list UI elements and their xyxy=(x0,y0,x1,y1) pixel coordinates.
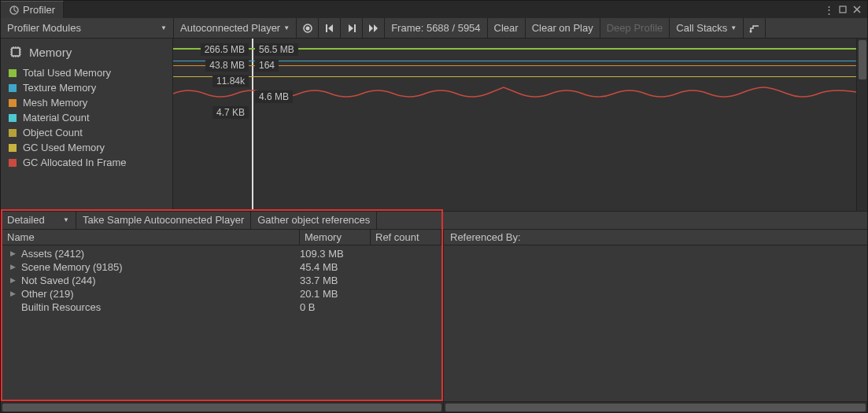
vertical-scrollbar[interactable] xyxy=(856,39,867,211)
scrollbar-thumb[interactable] xyxy=(2,404,441,411)
row-name: Assets (2412) xyxy=(21,248,84,260)
row-refcount xyxy=(371,248,441,260)
legend-item[interactable]: Material Count xyxy=(9,110,164,125)
svg-point-6 xyxy=(749,30,752,32)
chart-area[interactable]: 266.5 MB43.8 MB11.84k4.7 KB 56.5 MB1644.… xyxy=(173,39,867,211)
row-memory: 20.1 MB xyxy=(300,288,371,300)
profiler-icon xyxy=(9,5,20,16)
clear-button[interactable]: Clear xyxy=(488,18,526,38)
row-name: Builtin Resources xyxy=(21,301,101,313)
window-menu-icon[interactable]: ⋮ xyxy=(823,4,834,15)
column-refcount[interactable]: Ref count xyxy=(371,230,441,245)
chart-value-label: 266.5 MB xyxy=(201,43,249,56)
chart-value-label: 11.84k xyxy=(212,75,249,87)
frame-indicator[interactable]: Frame: 5688 / 5954 xyxy=(385,18,487,38)
legend-label: Object Count xyxy=(23,127,83,138)
legend-swatch xyxy=(9,69,17,77)
chevron-down-icon: ▼ xyxy=(161,24,167,31)
profiler-modules-dropdown[interactable]: Profiler Modules ▼ xyxy=(1,18,174,38)
table-row[interactable]: ▶Builtin Resources0 B xyxy=(2,301,441,314)
context-menu-button[interactable] xyxy=(744,18,766,38)
legend: Total Used MemoryTexture MemoryMesh Memo… xyxy=(1,65,172,178)
chevron-down-icon: ▼ xyxy=(730,24,737,31)
next-frame-button[interactable] xyxy=(341,18,363,38)
tab-bar: Profiler ⋮ xyxy=(1,1,867,18)
legend-label: Total Used Memory xyxy=(23,67,111,79)
legend-label: GC Allocated In Frame xyxy=(23,157,127,168)
chart-value-label: 164 xyxy=(255,59,279,72)
row-memory: 109.3 MB xyxy=(300,248,371,260)
module-title: Memory xyxy=(29,46,72,59)
svg-point-3 xyxy=(305,26,309,30)
playhead-line xyxy=(252,39,253,211)
chart-value-label: 43.8 MB xyxy=(205,59,249,72)
column-name[interactable]: Name xyxy=(2,230,300,245)
chart-value-label: 4.7 KB xyxy=(212,106,249,119)
legend-swatch xyxy=(9,99,17,107)
target-label: Autoconnected Player xyxy=(180,22,280,34)
row-memory: 0 B xyxy=(300,301,371,313)
svg-rect-7 xyxy=(12,48,20,56)
table-row[interactable]: ▶Not Saved (244)33.7 MB xyxy=(2,274,441,287)
legend-item[interactable]: GC Allocated In Frame xyxy=(9,155,164,170)
legend-swatch xyxy=(9,144,17,152)
row-name: Other (219) xyxy=(21,288,73,300)
scrollbar-thumb[interactable] xyxy=(859,40,866,79)
deep-profile-button[interactable]: Deep Profile xyxy=(600,18,670,38)
toolbar: Profiler Modules ▼ Autoconnected Player … xyxy=(1,18,867,39)
window-controls: ⋮ xyxy=(818,4,867,15)
modules-label: Profiler Modules xyxy=(7,22,81,34)
svg-rect-1 xyxy=(840,6,846,13)
legend-label: Material Count xyxy=(23,112,90,124)
legend-label: Mesh Memory xyxy=(23,97,87,109)
tab-profiler[interactable]: Profiler xyxy=(1,1,64,18)
chevron-down-icon: ▼ xyxy=(283,24,290,31)
row-memory: 33.7 MB xyxy=(300,275,371,286)
record-button[interactable] xyxy=(297,18,319,38)
legend-label: GC Used Memory xyxy=(23,142,105,153)
svg-rect-5 xyxy=(354,24,356,32)
expand-arrow-icon[interactable]: ▶ xyxy=(10,276,18,284)
expand-arrow-icon[interactable]: ▶ xyxy=(10,249,18,257)
referenced-by-panel: Referenced By: xyxy=(443,230,867,402)
call-stacks-dropdown[interactable]: Call Stacks ▼ xyxy=(670,18,744,38)
row-refcount xyxy=(371,261,441,273)
table-row[interactable]: ▶Other (219)20.1 MB xyxy=(2,287,441,301)
legend-item[interactable]: GC Used Memory xyxy=(9,140,164,155)
legend-item[interactable]: Total Used Memory xyxy=(9,65,164,80)
horizontal-scrollbar[interactable] xyxy=(1,401,867,412)
target-dropdown[interactable]: Autoconnected Player ▼ xyxy=(174,18,297,38)
referenced-by-header: Referenced By: xyxy=(444,230,867,245)
clear-on-play-button[interactable]: Clear on Play xyxy=(526,18,600,38)
row-refcount xyxy=(371,301,441,313)
expand-arrow-icon[interactable]: ▶ xyxy=(10,289,18,297)
prev-frame-button[interactable] xyxy=(319,18,341,38)
column-memory[interactable]: Memory xyxy=(300,230,371,245)
expand-arrow-icon[interactable]: ▶ xyxy=(10,263,18,271)
tab-title: Profiler xyxy=(23,4,55,16)
chart-value-label: 56.5 MB xyxy=(255,43,298,56)
window-close-icon[interactable] xyxy=(851,4,862,15)
memory-tree-panel: Name Memory Ref count ▶Assets (2412)109.… xyxy=(1,209,443,402)
legend-swatch xyxy=(9,129,17,137)
legend-item[interactable]: Object Count xyxy=(9,125,164,140)
scrollbar-thumb[interactable] xyxy=(445,404,866,411)
chart-value-label: 4.6 MB xyxy=(255,90,293,103)
table-row[interactable]: ▶Scene Memory (9185)45.4 MB xyxy=(2,260,441,274)
row-refcount xyxy=(371,275,441,286)
legend-label: Texture Memory xyxy=(23,82,96,94)
memory-chip-icon xyxy=(9,45,23,59)
row-memory: 45.4 MB xyxy=(300,261,371,273)
svg-rect-4 xyxy=(326,24,327,32)
legend-swatch xyxy=(9,114,17,122)
module-sidebar: Memory Total Used MemoryTexture MemoryMe… xyxy=(1,39,173,211)
legend-swatch xyxy=(9,84,17,92)
table-row[interactable]: ▶Assets (2412)109.3 MB xyxy=(2,247,441,260)
current-frame-button[interactable] xyxy=(363,18,385,38)
legend-item[interactable]: Texture Memory xyxy=(9,80,164,95)
module-header[interactable]: Memory xyxy=(1,39,172,65)
table-header: Name Memory Ref count xyxy=(2,230,441,245)
window-maximize-icon[interactable] xyxy=(837,4,848,15)
row-refcount xyxy=(371,288,441,300)
legend-item[interactable]: Mesh Memory xyxy=(9,95,164,110)
